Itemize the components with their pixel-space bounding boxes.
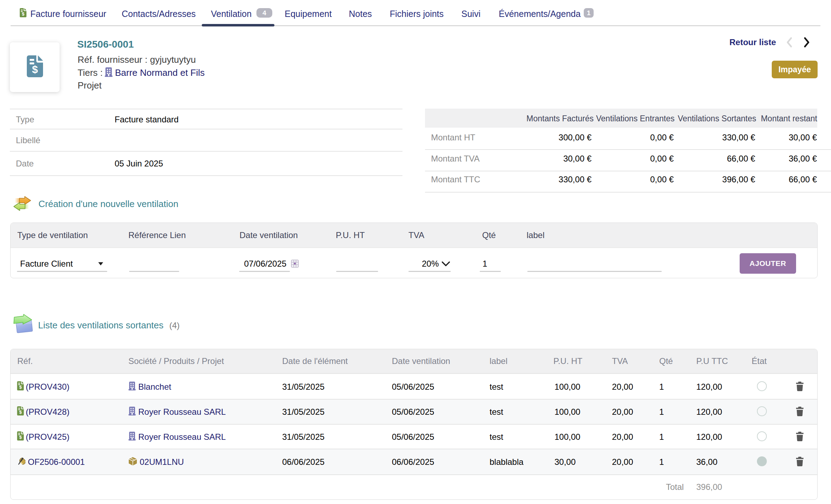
svg-text:$: $ — [19, 435, 22, 440]
svg-text:$: $ — [19, 409, 22, 415]
svg-text:$: $ — [32, 63, 38, 75]
svg-text:$: $ — [22, 11, 25, 17]
svg-text:$: $ — [19, 384, 22, 390]
